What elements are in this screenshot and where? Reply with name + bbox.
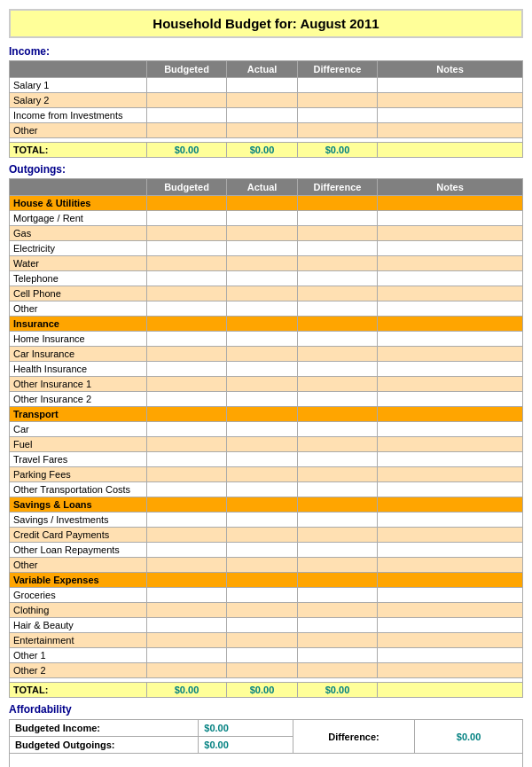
outgoings-group-diff [298,407,378,422]
outgoings-row-actual [227,226,298,241]
outgoings-group-label: Savings & Loans [10,497,147,513]
outgoings-row-actual [227,588,298,603]
outgoings-row-actual [227,392,298,407]
outgoings-row-budgeted [147,603,227,618]
outgoings-group-diff [298,573,378,588]
outgoings-group-label: Variable Expenses [10,573,147,588]
income-row: Salary 1 [10,78,523,93]
outgoings-row-label: Other Insurance 2 [10,392,147,407]
page-title: Household Budget for: August 2011 [9,9,523,38]
outgoings-row: Other 2 [10,663,523,678]
outgoings-section-label: Outgoings: [9,163,523,176]
income-row: Income from Investments [10,108,523,123]
income-row-actual [227,78,298,93]
outgoings-group-budgeted [147,407,227,422]
outgoings-row-budgeted [147,377,227,392]
outgoings-row-diff [298,301,378,317]
outgoings-row-actual [227,603,298,618]
outgoings-row-notes [378,558,523,573]
income-col-notes: Notes [378,61,523,78]
outgoings-row-notes [378,482,523,497]
budgeted-outgoings-label: Budgeted Outgoings: [10,737,199,754]
outgoings-row-label: Mortgage / Rent [10,211,147,226]
income-total-row: TOTAL: $0.00 $0.00 $0.00 [10,143,523,158]
outgoings-row-actual [227,618,298,633]
outgoings-row-actual [227,301,298,317]
outgoings-group-notes [378,407,523,422]
outgoings-row-label: Other [10,558,147,573]
outgoings-row-notes [378,452,523,467]
outgoings-row-diff [298,362,378,377]
outgoings-row: Clothing [10,603,523,618]
outgoings-row: Mortgage / Rent [10,211,523,226]
outgoings-row-diff [298,437,378,452]
outgoings-row-actual [227,482,298,497]
outgoings-group-label: House & Utilities [10,196,147,211]
outgoings-row-label: Savings / Investments [10,513,147,528]
outgoings-row-notes [378,332,523,347]
outgoings-row-budgeted [147,422,227,437]
outgoings-group-header: House & Utilities [10,196,523,211]
outgoings-group-notes [378,317,523,332]
outgoings-row-budgeted [147,226,227,241]
outgoings-row-diff [298,558,378,573]
outgoings-total-diff: $0.00 [298,683,378,698]
outgoings-group-label: Insurance [10,317,147,332]
income-row-diff [298,123,378,138]
outgoings-row-actual [227,377,298,392]
outgoings-group-actual [227,407,298,422]
income-row-budgeted [147,123,227,138]
outgoings-row-budgeted [147,286,227,301]
outgoings-row-diff [298,663,378,678]
outgoings-row-budgeted [147,452,227,467]
outgoings-row: Car [10,422,523,437]
outgoings-group-notes [378,196,523,211]
outgoings-row-label: Car [10,422,147,437]
outgoings-row-notes [378,271,523,286]
outgoings-row-diff [298,482,378,497]
outgoings-row-notes [378,663,523,678]
income-row-diff [298,108,378,123]
outgoings-row-label: Gas [10,226,147,241]
outgoings-row-diff [298,648,378,663]
income-row-budgeted [147,93,227,108]
outgoings-row-notes [378,226,523,241]
outgoings-group-budgeted [147,497,227,513]
outgoings-row-budgeted [147,241,227,256]
outgoings-row-budgeted [147,211,227,226]
outgoings-row: Other Loan Repayments [10,543,523,558]
outgoings-row-actual [227,256,298,271]
outgoings-group-notes [378,497,523,513]
outgoings-row-label: Other Insurance 1 [10,377,147,392]
outgoings-row-budgeted [147,347,227,362]
outgoings-row-diff [298,603,378,618]
outgoings-row-diff [298,633,378,648]
outgoings-total-row: TOTAL: $0.00 $0.00 $0.00 [10,683,523,698]
outgoings-row-actual [227,332,298,347]
outgoings-row-diff [298,392,378,407]
outgoings-row-notes [378,422,523,437]
outgoings-row-label: Other 2 [10,663,147,678]
outgoings-row-budgeted [147,392,227,407]
outgoings-row-diff [298,241,378,256]
outgoings-row-budgeted [147,558,227,573]
outgoings-row-actual [227,467,298,482]
outgoings-row-label: Credit Card Payments [10,528,147,543]
outgoings-group-budgeted [147,317,227,332]
outgoings-row-diff [298,347,378,362]
outgoings-row: Cell Phone [10,286,523,301]
outgoings-row-label: Health Insurance [10,362,147,377]
outgoings-row-label: Electricity [10,241,147,256]
budgeted-diff-value: $0.00 [415,720,523,754]
income-row-label: Other [10,123,147,138]
outgoings-col-diff: Difference [298,179,378,196]
income-row-budgeted [147,78,227,93]
outgoings-row: Other 1 [10,648,523,663]
outgoings-group-diff [298,497,378,513]
income-total-budgeted: $0.00 [147,143,227,158]
outgoings-row-budgeted [147,663,227,678]
outgoings-row: Parking Fees [10,467,523,482]
outgoings-row-label: Other [10,301,147,317]
outgoings-row-actual [227,286,298,301]
budgeted-diff-label: Difference: [293,720,414,754]
